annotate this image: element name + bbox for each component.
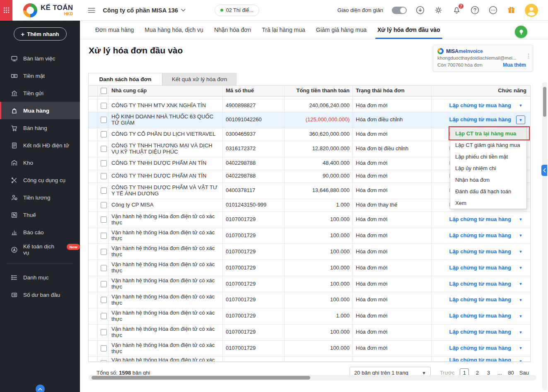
create-voucher-link[interactable]: Lập chứng từ mua hàng — [449, 329, 511, 335]
chevron-down-icon[interactable]: ▼ — [516, 264, 525, 272]
create-voucher-link[interactable]: Lập chứng từ mua hàng — [449, 249, 511, 255]
row-checkbox[interactable] — [101, 202, 107, 208]
more-options-button[interactable] — [488, 5, 498, 15]
horizontal-scrollbar-thumb[interactable] — [92, 376, 310, 380]
row-checkbox[interactable] — [101, 103, 107, 109]
sidebar-item[interactable]: Bán hàng — [0, 119, 80, 137]
row-checkbox[interactable] — [101, 345, 107, 351]
row-checkbox[interactable] — [101, 233, 107, 239]
subtab[interactable]: Kết quả xử lý hóa đơn — [162, 73, 237, 85]
row-checkbox[interactable] — [101, 249, 107, 255]
sidebar-item[interactable]: Tiền lương — [0, 189, 80, 206]
branch-chip[interactable]: 02 Thí điể... — [215, 5, 259, 16]
row-checkbox[interactable] — [101, 146, 107, 152]
sidebar-collapse-button[interactable] — [36, 385, 45, 392]
sidebar-item[interactable]: Tiền gửi — [0, 84, 80, 102]
horizontal-scrollbar[interactable] — [88, 375, 536, 380]
sidebar-item[interactable]: Tiền mặt — [0, 67, 80, 84]
vertical-scrollbar-thumb[interactable] — [543, 87, 546, 117]
nav-tab[interactable]: Xử lý hóa đơn đầu vào — [372, 21, 446, 39]
row-checkbox[interactable] — [101, 329, 107, 335]
chevron-down-icon[interactable]: ▼ — [516, 357, 525, 362]
row-checkbox[interactable] — [101, 297, 107, 303]
select-all-checkbox[interactable] — [101, 88, 107, 94]
create-voucher-link[interactable]: Lập chứng từ mua hàng — [449, 297, 511, 303]
chevron-down-icon[interactable]: ▼ — [516, 296, 525, 304]
vertical-scrollbar[interactable] — [542, 82, 547, 390]
header-status[interactable]: Trạng thái hóa đơn — [353, 86, 432, 96]
sidebar-item[interactable]: Thuế — [0, 206, 80, 224]
row-checkbox[interactable] — [101, 160, 107, 166]
main-content: Đơn mua hàng Mua hàng hóa, dịch vụ Nhận … — [80, 21, 548, 392]
row-checkbox[interactable] — [101, 216, 107, 223]
row-checkbox[interactable] — [101, 313, 107, 319]
nav-tab[interactable]: Trả lại hàng mua — [256, 21, 311, 39]
chevron-down-icon[interactable]: ▼ — [516, 248, 525, 256]
buy-more-link[interactable]: Mua thêm — [503, 62, 526, 68]
menu-item[interactable]: Lập ủy nhiệm chi — [450, 162, 526, 174]
help-button[interactable] — [470, 5, 480, 15]
sidebar-item[interactable]: Danh mục — [0, 269, 80, 286]
row-checkbox[interactable] — [101, 360, 107, 362]
company-selector[interactable]: Công ty cổ phần MISA 136 — [103, 7, 186, 14]
header-tax-code[interactable]: Mã số thuế — [223, 86, 285, 96]
hamburger-menu-icon[interactable] — [87, 6, 96, 15]
settings-button[interactable] — [434, 5, 443, 15]
menu-item[interactable]: Nhận hóa đơn — [450, 174, 526, 185]
assistant-bulb-button[interactable] — [515, 26, 527, 38]
sidebar-item[interactable]: Công cụ dụng cụ — [0, 171, 80, 189]
row-checkbox[interactable] — [101, 173, 107, 179]
header-total[interactable]: Tổng tiền thanh toán — [285, 86, 353, 96]
chevron-down-icon[interactable]: ▼ — [516, 312, 525, 320]
quick-add-button[interactable]: + Thêm nhanh — [14, 27, 67, 41]
download-button[interactable] — [415, 5, 425, 15]
promotion-gift-button[interactable] — [507, 5, 516, 15]
create-voucher-link[interactable]: Lập chứng từ mua hàng — [449, 313, 511, 319]
create-voucher-link[interactable]: Lập chứng từ mua hàng — [449, 103, 511, 109]
sidebar-item[interactable]: Kết nối HĐ điện tử — [0, 137, 80, 154]
nav-tab[interactable]: Giảm giá hàng mua — [311, 21, 372, 39]
row-checkbox[interactable] — [101, 131, 107, 137]
menu-item[interactable]: Lập phiếu chi tiền mặt — [450, 151, 526, 162]
sidebar-item[interactable]: Mua hàng — [0, 102, 80, 119]
chevron-down-icon[interactable]: ▼ — [516, 344, 525, 353]
notifications-button[interactable]: 7 — [452, 5, 461, 15]
create-voucher-link[interactable]: Lập chứng từ mua hàng — [449, 117, 511, 123]
menu-item[interactable]: Lập CT trả lại hàng mua — [450, 127, 526, 139]
header-supplier[interactable]: Nhà cung cấp — [109, 86, 223, 96]
nav-tab[interactable]: Nhận hóa đơn — [209, 21, 256, 39]
avatar[interactable] — [525, 4, 538, 17]
panel-collapse-handle[interactable] — [541, 165, 547, 176]
row-checkbox[interactable] — [101, 265, 107, 271]
row-checkbox[interactable] — [101, 117, 107, 123]
nav-tab[interactable]: Mua hàng hóa, dịch vụ — [139, 21, 209, 39]
header-action[interactable]: Chức năng — [432, 86, 530, 96]
menu-item[interactable]: Xem — [450, 197, 526, 209]
chevron-down-icon[interactable]: ▼ — [516, 280, 525, 289]
create-voucher-link[interactable]: Lập chứng từ mua hàng — [449, 233, 511, 239]
chevron-down-icon[interactable]: ▼ — [516, 215, 525, 224]
row-checkbox[interactable] — [101, 281, 107, 287]
meinvoice-more-icon[interactable]: ⋮ — [526, 53, 531, 59]
create-voucher-link[interactable]: Lập chứng từ mua hàng — [449, 281, 511, 287]
menu-item[interactable]: Đánh dấu đã hạch toán — [450, 185, 526, 197]
chevron-down-icon[interactable]: ▼ — [516, 328, 525, 337]
row-checkbox[interactable] — [101, 188, 107, 194]
create-voucher-link[interactable]: Lập chứng từ mua hàng — [449, 357, 511, 362]
app-launcher-button[interactable] — [0, 0, 12, 21]
subtab[interactable]: Danh sách hóa đơn — [88, 73, 162, 85]
menu-item[interactable]: Lập CT giảm giá hàng mua — [450, 139, 526, 151]
create-voucher-link[interactable]: Lập chứng từ mua hàng — [449, 265, 511, 271]
sidebar-item[interactable]: Bàn làm việc — [0, 50, 80, 67]
chevron-down-icon[interactable]: ▼ — [516, 231, 525, 240]
sidebar-item[interactable]: Kế toán dịch vụ New — [0, 241, 80, 258]
nav-tab[interactable]: Đơn mua hàng — [90, 21, 139, 39]
sidebar-item[interactable]: Báo cáo — [0, 224, 80, 241]
chevron-down-icon[interactable]: ▼ — [516, 101, 525, 110]
create-voucher-link[interactable]: Lập chứng từ mua hàng — [449, 345, 511, 351]
sidebar-item[interactable]: Số dư ban đầu — [0, 286, 80, 303]
simple-ui-toggle[interactable] — [392, 7, 407, 14]
sidebar-item[interactable]: Kho — [0, 154, 80, 171]
create-voucher-link[interactable]: Lập chứng từ mua hàng — [449, 216, 511, 223]
chevron-down-icon[interactable]: ▼ — [516, 115, 525, 124]
